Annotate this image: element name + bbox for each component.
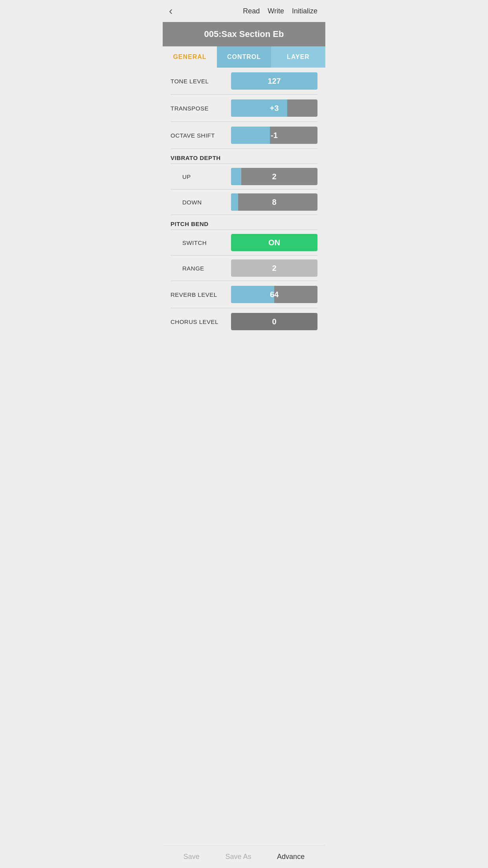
vibrato-down-control[interactable]: 8: [231, 193, 317, 211]
vibrato-up-value: 2: [272, 172, 276, 181]
pitch-bend-switch-value: ON: [268, 238, 280, 247]
patch-title: 005:Sax Section Eb: [204, 29, 284, 39]
vibrato-up-control[interactable]: 2: [231, 168, 317, 185]
initialize-button[interactable]: Initialize: [292, 7, 317, 15]
pitch-bend-range-value: 2: [272, 264, 276, 273]
tone-level-control[interactable]: 127: [231, 72, 317, 90]
octave-shift-control[interactable]: -1: [231, 127, 317, 144]
chorus-level-value: 0: [272, 317, 276, 326]
tab-row: GENERAL CONTROL LAYER: [163, 46, 325, 68]
vibrato-depth-section-header: VIBRATO DEPTH: [171, 149, 317, 164]
nav-actions: Read Write Initialize: [243, 7, 317, 15]
octave-shift-label: OCTAVE SHIFT: [171, 132, 215, 139]
tab-control[interactable]: CONTROL: [217, 46, 271, 68]
pitch-bend-switch-label: SWITCH: [182, 239, 207, 246]
chorus-level-control[interactable]: 0: [231, 313, 317, 330]
pitch-bend-switch-control[interactable]: ON: [231, 234, 317, 251]
pitch-bend-range-control[interactable]: 2: [231, 259, 317, 277]
tab-general[interactable]: GENERAL: [163, 46, 217, 68]
read-button[interactable]: Read: [243, 7, 260, 15]
reverb-level-label: REVERB LEVEL: [171, 291, 217, 298]
vibrato-up-row: UP 2: [171, 164, 317, 189]
patch-header: 005:Sax Section Eb: [163, 22, 325, 46]
write-button[interactable]: Write: [268, 7, 284, 15]
reverb-level-control[interactable]: 64: [231, 286, 317, 303]
back-button[interactable]: ‹: [169, 6, 172, 17]
tone-level-value: 127: [268, 77, 281, 86]
transpose-value: +3: [270, 104, 279, 113]
top-nav: ‹ Read Write Initialize: [163, 0, 325, 22]
vibrato-up-label: UP: [182, 173, 191, 180]
octave-shift-value: -1: [271, 131, 278, 140]
tab-layer[interactable]: LAYER: [271, 46, 325, 68]
vibrato-down-label: DOWN: [182, 199, 202, 206]
chorus-level-label: CHORUS LEVEL: [171, 318, 218, 325]
pitch-bend-switch-row: SWITCH ON: [171, 230, 317, 256]
reverb-level-row: REVERB LEVEL 64: [171, 281, 317, 308]
tone-level-label: TONE LEVEL: [171, 78, 209, 85]
reverb-level-value: 64: [270, 290, 279, 299]
transpose-label: TRANSPOSE: [171, 105, 209, 112]
vibrato-down-value: 8: [272, 198, 276, 207]
pitch-bend-range-label: RANGE: [182, 265, 204, 272]
params-section: TONE LEVEL 127 TRANSPOSE +3 OCTAVE SHIFT…: [163, 68, 325, 335]
tone-level-row: TONE LEVEL 127: [171, 68, 317, 95]
transpose-row: TRANSPOSE +3: [171, 95, 317, 122]
pitch-bend-range-row: RANGE 2: [171, 256, 317, 281]
pitch-bend-section-header: PITCH BEND: [171, 215, 317, 230]
transpose-control[interactable]: +3: [231, 99, 317, 117]
vibrato-down-row: DOWN 8: [171, 189, 317, 215]
chorus-level-row: CHORUS LEVEL 0: [171, 308, 317, 335]
octave-shift-row: OCTAVE SHIFT -1: [171, 122, 317, 149]
